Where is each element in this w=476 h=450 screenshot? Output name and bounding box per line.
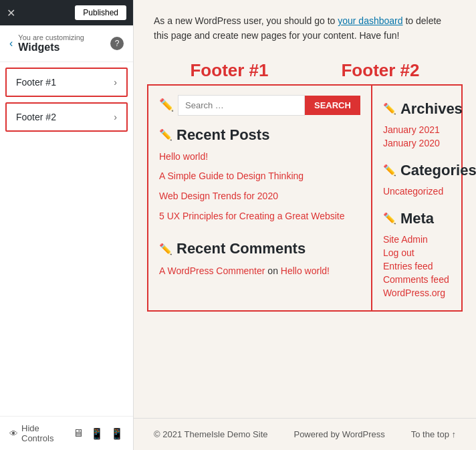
post-link-2[interactable]: A Simple Guide to Design Thinking bbox=[159, 170, 360, 183]
comment-post-link[interactable]: Hello world! bbox=[281, 265, 330, 276]
meta-link-4[interactable]: Comments feed bbox=[383, 274, 476, 285]
sidebar-item-footer2[interactable]: Footer #2 › bbox=[5, 102, 128, 132]
commenter-link[interactable]: A WordPress Commenter bbox=[159, 265, 265, 276]
bottom-icons: 🖥 📱 📱 bbox=[73, 427, 124, 440]
copyright-text: © 2021 ThemeIsle Demo Site bbox=[154, 429, 267, 439]
search-input[interactable] bbox=[178, 95, 305, 116]
sidebar-bottom: 👁 Hide Controls 🖥 📱 📱 bbox=[0, 416, 133, 450]
on-word: on bbox=[267, 265, 278, 276]
post-link-1[interactable]: Hello world! bbox=[159, 150, 360, 164]
archives-title: Archives bbox=[400, 100, 463, 118]
close-icon[interactable]: ✕ bbox=[7, 7, 15, 19]
sidebar: ✕ Published ‹ You are customizing Widget… bbox=[0, 0, 134, 450]
recent-comments-header: ✏️ Recent Comments bbox=[159, 240, 360, 257]
meta-link-1[interactable]: Site Admin bbox=[383, 234, 476, 245]
footer1-heading: Footer #1 bbox=[154, 53, 305, 84]
widget-items-list: Footer #1 › Footer #2 › bbox=[0, 62, 133, 416]
post-link-4[interactable]: 5 UX Principles for Creating a Great Web… bbox=[159, 210, 360, 223]
meta-link-3[interactable]: Entries feed bbox=[383, 261, 476, 271]
footers-container: ✏️ SEARCH ✏️ Recent Posts Hello world! A… bbox=[147, 84, 463, 312]
recent-posts-header: ✏️ Recent Posts bbox=[159, 126, 360, 144]
intro-section: As a new WordPress user, you should go t… bbox=[134, 0, 476, 53]
chevron-right-icon: › bbox=[114, 112, 117, 122]
edit-recent-comments-icon[interactable]: ✏️ bbox=[159, 243, 172, 255]
help-icon[interactable]: ? bbox=[110, 37, 124, 50]
recent-posts-title: Recent Posts bbox=[176, 126, 269, 144]
meta-link-2[interactable]: Log out bbox=[383, 247, 476, 258]
archive-link-1[interactable]: January 2021 bbox=[383, 124, 476, 135]
edit-icon[interactable]: ✏️ bbox=[159, 98, 174, 112]
chevron-right-icon: › bbox=[114, 77, 117, 88]
published-button[interactable]: Published bbox=[75, 5, 126, 20]
widgets-title: Widgets bbox=[18, 41, 110, 53]
sidebar-header-content: You are customizing Widgets bbox=[18, 33, 110, 53]
tablet-icon[interactable]: 📱 bbox=[90, 427, 104, 440]
comment-entry: A WordPress Commenter on Hello world! bbox=[159, 264, 360, 278]
sidebar-header: ‹ You are customizing Widgets ? bbox=[0, 25, 133, 62]
edit-recent-posts-icon[interactable]: ✏️ bbox=[159, 128, 172, 141]
footer1-label: Footer #1 bbox=[16, 77, 56, 88]
dashboard-link[interactable]: your dashboard bbox=[338, 15, 402, 26]
category-link-1[interactable]: Uncategorized bbox=[383, 186, 476, 197]
search-widget: ✏️ SEARCH bbox=[159, 95, 360, 116]
edit-categories-icon[interactable]: ✏️ bbox=[383, 164, 396, 177]
categories-title: Categories bbox=[400, 162, 476, 179]
back-arrow-icon[interactable]: ‹ bbox=[9, 37, 13, 49]
hide-controls-label: Hide Controls bbox=[21, 423, 73, 443]
recent-comments-title: Recent Comments bbox=[176, 240, 306, 257]
customizing-label: You are customizing bbox=[18, 33, 110, 41]
search-button[interactable]: SEARCH bbox=[305, 96, 360, 115]
footer2-heading: Footer #2 bbox=[305, 53, 456, 84]
meta-title: Meta bbox=[400, 210, 434, 227]
main-content: As a new WordPress user, you should go t… bbox=[134, 0, 476, 450]
meta-link-5[interactable]: WordPress.org bbox=[383, 288, 476, 298]
desktop-icon[interactable]: 🖥 bbox=[73, 427, 84, 439]
powered-by-text: Powered by WordPress bbox=[293, 429, 384, 439]
mobile-icon[interactable]: 📱 bbox=[110, 427, 124, 440]
meta-header: ✏️ Meta bbox=[383, 210, 476, 227]
footer2-column: ✏️ Archives January 2021 January 2020 ✏️… bbox=[372, 86, 476, 310]
footer1-column: ✏️ SEARCH ✏️ Recent Posts Hello world! A… bbox=[148, 86, 372, 310]
intro-text: As a new WordPress user, you should go t… bbox=[154, 15, 338, 26]
archive-link-2[interactable]: January 2020 bbox=[383, 138, 476, 148]
footer2-label: Footer #2 bbox=[16, 112, 56, 122]
edit-archives-icon[interactable]: ✏️ bbox=[383, 102, 396, 115]
archives-header: ✏️ Archives bbox=[383, 100, 476, 118]
footer-labels: Footer #1 Footer #2 bbox=[134, 53, 476, 84]
sidebar-item-footer1[interactable]: Footer #1 › bbox=[5, 68, 128, 97]
site-footer: © 2021 ThemeIsle Demo Site Powered by Wo… bbox=[134, 418, 476, 450]
categories-header: ✏️ Categories bbox=[383, 162, 476, 179]
hide-controls-button[interactable]: 👁 Hide Controls bbox=[9, 423, 73, 443]
eye-icon: 👁 bbox=[9, 429, 18, 439]
post-link-3[interactable]: Web Design Trends for 2020 bbox=[159, 190, 360, 203]
edit-meta-icon[interactable]: ✏️ bbox=[383, 212, 396, 225]
sidebar-top-bar: ✕ Published bbox=[0, 0, 133, 25]
to-top-link[interactable]: To the top ↑ bbox=[411, 429, 456, 439]
